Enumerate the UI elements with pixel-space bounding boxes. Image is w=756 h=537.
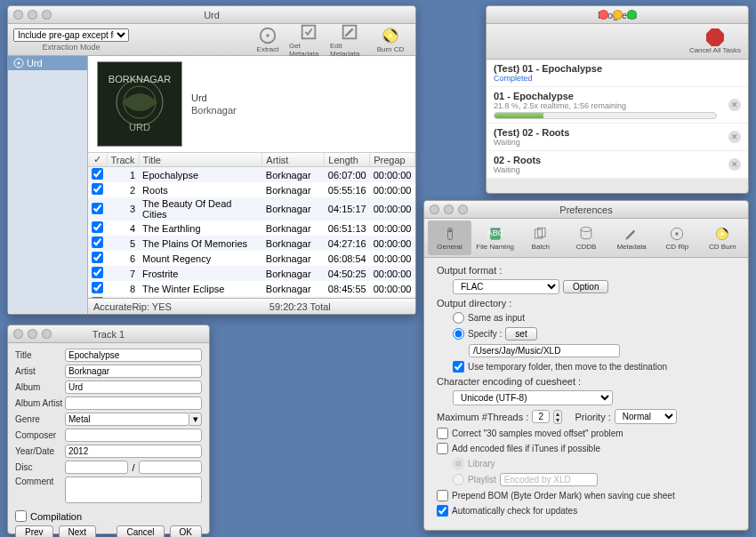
- svg-point-19: [581, 228, 591, 232]
- playlist-name-field: [500, 473, 598, 486]
- col-title[interactable]: Title: [139, 153, 262, 167]
- track-disc-total-field[interactable]: [139, 461, 202, 474]
- table-row[interactable]: 2RootsBorknagar05:55:1600:00:00: [88, 182, 415, 197]
- prev-button[interactable]: Prev: [15, 525, 53, 537]
- extraction-mode-select[interactable]: Include pre-gap except for HTOA: [13, 28, 129, 42]
- tab-general[interactable]: General: [428, 220, 471, 255]
- progress-window: Progress Cancel All Tasks (Test) 01 - Ep…: [486, 5, 749, 194]
- minimize-icon[interactable]: [28, 329, 37, 339]
- file-icon: ABC: [487, 225, 504, 243]
- task-item: 01 - Epochalypse21.8 %, 2.5x realtime, 1…: [487, 87, 748, 124]
- set-button[interactable]: set: [505, 327, 536, 341]
- output-dir-label: Output directory :: [437, 298, 511, 309]
- track-titlebar[interactable]: Track 1: [8, 325, 209, 343]
- output-dir-field[interactable]: [469, 344, 620, 357]
- cancel-task-button[interactable]: ✕: [728, 99, 741, 111]
- album-cover[interactable]: URDBORKNAGAR: [97, 61, 182, 147]
- zoom-icon[interactable]: [42, 329, 52, 339]
- ok-button[interactable]: OK: [170, 525, 202, 537]
- cancel-button[interactable]: Cancel: [117, 525, 164, 537]
- sidebar-item-disc[interactable]: Urd: [8, 56, 87, 70]
- max-threads-field[interactable]: [532, 410, 550, 423]
- col-pregap[interactable]: Pregap: [370, 153, 415, 167]
- track-checkbox[interactable]: [92, 236, 103, 248]
- track-title-field[interactable]: [65, 349, 202, 362]
- use-temp-checkbox[interactable]: [453, 361, 464, 373]
- close-icon[interactable]: [13, 329, 23, 339]
- track-artist-field[interactable]: [65, 365, 202, 378]
- track-checkbox[interactable]: [92, 203, 103, 214]
- track-genre-field[interactable]: [65, 413, 189, 426]
- tab-batch[interactable]: Batch: [519, 220, 562, 255]
- tab-cd-burn[interactable]: CD Burn: [701, 220, 744, 255]
- same-as-input-radio[interactable]: [453, 312, 464, 324]
- track-checkbox[interactable]: [92, 168, 103, 180]
- sidebar-item-label: Urd: [27, 58, 43, 68]
- cancel-task-button[interactable]: ✕: [728, 131, 741, 143]
- track-album-artist-field[interactable]: [65, 397, 202, 410]
- track-checkbox[interactable]: [92, 252, 103, 263]
- tab-cddb[interactable]: CDDB: [564, 220, 607, 255]
- minimize-icon[interactable]: [28, 10, 37, 20]
- specify-radio[interactable]: [453, 328, 464, 340]
- progress-titlebar[interactable]: Progress: [487, 6, 748, 24]
- table-row[interactable]: 4The EarthlingBorknagar06:51:1300:00:00: [88, 220, 415, 236]
- genre-dropdown-icon[interactable]: ▾: [189, 413, 202, 426]
- track-album-field[interactable]: [65, 381, 202, 394]
- track-disc-field[interactable]: [65, 461, 128, 474]
- close-icon[interactable]: [430, 204, 439, 214]
- char-enc-select[interactable]: Unicode (UTF-8): [453, 390, 613, 405]
- col-length[interactable]: Length: [325, 153, 370, 167]
- track-checkbox[interactable]: [92, 221, 103, 233]
- table-row[interactable]: 6Mount RegencyBorknagar06:08:5400:00:00: [88, 251, 415, 266]
- tab-cd-rip[interactable]: CD Rip: [655, 220, 699, 255]
- album-title: Urd: [191, 92, 237, 103]
- table-row[interactable]: 5The Plains Of MemoriesBorknagar04:27:16…: [88, 236, 415, 251]
- pref-titlebar[interactable]: Preferences: [424, 201, 748, 219]
- col-artist[interactable]: Artist: [262, 153, 325, 167]
- priority-select[interactable]: Normal: [615, 409, 677, 424]
- track-checkbox[interactable]: [92, 282, 103, 293]
- col-check[interactable]: ✓: [88, 153, 107, 167]
- stop-icon: [706, 28, 724, 46]
- prepend-bom-checkbox[interactable]: [437, 490, 448, 501]
- zoom-icon[interactable]: [627, 10, 637, 20]
- get-metadata-button[interactable]: Get Metadata: [289, 22, 328, 58]
- tab-metadata[interactable]: Metadata: [610, 220, 654, 255]
- add-itunes-checkbox[interactable]: [437, 443, 448, 454]
- compilation-checkbox[interactable]: [15, 510, 27, 522]
- minimize-icon[interactable]: [444, 204, 454, 214]
- extract-button[interactable]: Extract: [248, 26, 287, 53]
- cancel-all-button[interactable]: Cancel All Tasks: [689, 28, 741, 54]
- table-row[interactable]: 3The Beauty Of Dead CitiesBorknagar04:15…: [88, 197, 415, 220]
- zoom-icon[interactable]: [42, 10, 52, 20]
- cancel-task-button[interactable]: ✕: [728, 158, 741, 171]
- close-icon[interactable]: [13, 10, 23, 20]
- task-list: (Test) 01 - EpochalypseCompleted01 - Epo…: [487, 60, 748, 179]
- zoom-icon[interactable]: [458, 204, 468, 214]
- table-row[interactable]: 8The Winter EclipseBorknagar08:45:5500:0…: [88, 281, 415, 296]
- track-year-field[interactable]: [65, 445, 202, 458]
- table-row[interactable]: 1EpochalypseBorknagar06:07:0000:00:00: [88, 167, 415, 183]
- stepper-icon[interactable]: ▴▾: [553, 410, 562, 424]
- track-table[interactable]: ✓ Track Title Artist Length Pregap 1Epoc…: [88, 152, 415, 298]
- svg-point-21: [676, 232, 679, 235]
- option-button[interactable]: Option: [563, 280, 608, 293]
- status-bar: AccurateRip: YES 59:20:23 Total: [88, 298, 415, 314]
- output-format-select[interactable]: FLAC: [453, 279, 559, 294]
- next-button[interactable]: Next: [59, 525, 97, 537]
- col-track[interactable]: Track: [107, 153, 139, 167]
- correct30-checkbox[interactable]: [437, 428, 448, 439]
- track-checkbox[interactable]: [92, 267, 103, 278]
- minimize-icon[interactable]: [613, 10, 623, 20]
- edit-metadata-button[interactable]: Edit Metadata: [330, 22, 369, 58]
- burn-cd-button[interactable]: Burn CD: [371, 26, 410, 53]
- tab-file-naming[interactable]: ABCFile Naming: [473, 220, 517, 255]
- table-row[interactable]: 7FrostriteBorknagar04:50:2500:00:00: [88, 266, 415, 281]
- track-composer-field[interactable]: [65, 429, 202, 442]
- auto-update-checkbox[interactable]: [437, 505, 448, 517]
- track-comment-field[interactable]: [65, 477, 202, 503]
- close-icon[interactable]: [599, 10, 608, 20]
- main-titlebar[interactable]: Urd: [8, 6, 415, 24]
- track-checkbox[interactable]: [92, 183, 103, 195]
